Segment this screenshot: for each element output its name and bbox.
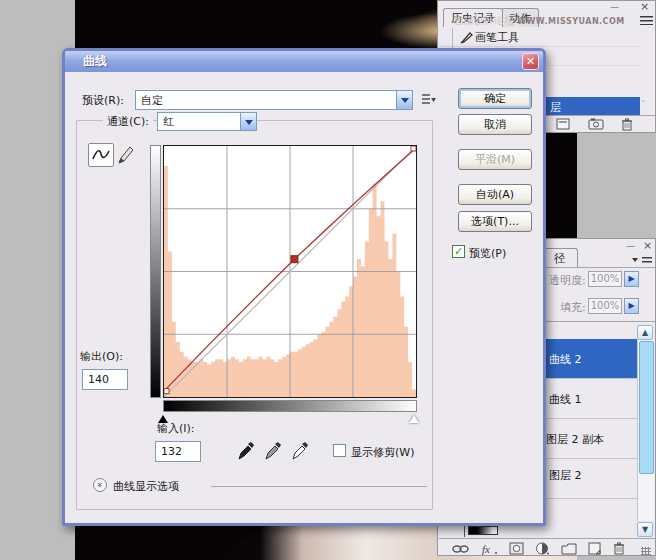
history-source-well[interactable] <box>440 28 453 47</box>
output-gradient-bar <box>150 145 161 398</box>
curve-display-options-expander[interactable]: » <box>93 478 107 492</box>
layers-scrollbar-thumb[interactable] <box>639 341 654 474</box>
smooth-button: 平滑(M) <box>458 149 532 170</box>
layers-menu-icon[interactable] <box>632 255 652 268</box>
history-close-button[interactable]: × <box>640 2 649 11</box>
adjustment-layer-icon[interactable] <box>535 542 550 555</box>
preview-label: 预览(P) <box>469 246 506 261</box>
svg-text:fx: fx <box>482 543 490 555</box>
layer-thumbnail[interactable] <box>468 526 498 535</box>
fill-value[interactable]: 100% <box>588 298 622 314</box>
show-clipping-checkbox[interactable] <box>333 444 346 457</box>
brush-icon <box>460 32 473 44</box>
layers-scrollbar[interactable] <box>637 340 654 521</box>
output-label: 输出(O): <box>80 349 123 364</box>
input-field[interactable]: 132 <box>155 441 201 462</box>
auto-button[interactable]: 自动(A) <box>458 184 532 205</box>
watermark: 思缘设计论坛 WWW.MISSYUAN.COM <box>454 14 625 28</box>
opacity-value[interactable]: 100% <box>588 271 622 287</box>
input-label: 输入(I): <box>157 421 195 436</box>
black-point-eyedropper-icon[interactable] <box>237 441 255 461</box>
layers-scroll-down-button[interactable]: ▼ <box>637 522 653 537</box>
preset-combobox[interactable]: 自定 <box>135 90 413 110</box>
new-layer-icon[interactable] <box>588 542 602 555</box>
history-menu-icon[interactable] <box>640 16 653 25</box>
white-point-eyedropper-icon[interactable] <box>291 441 309 461</box>
layers-scroll-up-button[interactable]: ▲ <box>637 325 653 340</box>
gray-point-eyedropper-icon[interactable] <box>264 441 282 461</box>
combo-arrow-icon[interactable] <box>240 113 256 130</box>
dialog-titlebar[interactable]: 曲线 <box>65 51 543 72</box>
preset-options-icon[interactable] <box>421 92 436 106</box>
show-clipping-label: 显示修剪(W) <box>351 445 414 460</box>
dialog-title: 曲线 <box>65 53 107 70</box>
curves-dialog: 曲线 ✕ 预设(R): 自定 确定 取消 平滑(M) 自动(A) 选项(T)..… <box>62 48 546 526</box>
curves-plot[interactable] <box>163 145 417 398</box>
opacity-label: 透明度: <box>549 273 586 288</box>
delete-layer-trash-icon[interactable] <box>613 542 625 555</box>
layers-close-button[interactable]: × <box>643 241 652 250</box>
preview-checkbox[interactable]: ✓ <box>452 245 465 258</box>
layer-style-fx-icon[interactable]: fx <box>481 542 498 555</box>
new-document-from-state-icon[interactable] <box>556 118 571 130</box>
history-scroll-down-icon[interactable]: ˅ <box>641 99 646 109</box>
new-group-icon[interactable] <box>561 543 577 555</box>
delete-trash-icon[interactable] <box>621 118 633 131</box>
history-footer <box>556 118 633 131</box>
resize-grip[interactable] <box>641 547 651 555</box>
dialog-close-button[interactable]: ✕ <box>522 53 539 70</box>
input-gradient-bar <box>163 400 417 412</box>
ok-button[interactable]: 确定 <box>458 88 532 109</box>
new-snapshot-icon[interactable] <box>588 118 604 130</box>
divider <box>464 526 465 537</box>
edit-curve-tool-button[interactable] <box>88 143 114 167</box>
divider <box>211 486 427 487</box>
opacity-arrow-icon[interactable]: ▶ <box>624 271 639 287</box>
options-button[interactable]: 选项(T)... <box>458 211 532 232</box>
curve-display-options-label: 曲线显示选项 <box>113 479 179 494</box>
layers-footer: fx <box>452 542 625 555</box>
white-point-slider[interactable] <box>409 415 419 423</box>
combo-arrow-icon[interactable] <box>396 91 412 109</box>
channel-combobox[interactable]: 红 <box>157 112 257 131</box>
cancel-button[interactable]: 取消 <box>458 114 532 135</box>
fill-arrow-icon[interactable]: ▶ <box>624 298 639 314</box>
history-item[interactable]: 画笔工具 <box>440 28 640 47</box>
history-minimize-button[interactable]: — <box>610 3 619 12</box>
fill-label: 填充: <box>560 300 586 315</box>
layers-minimize-button[interactable]: — <box>626 242 635 251</box>
curve-tool-icon <box>92 149 110 161</box>
preset-label: 预设(R): <box>82 93 124 108</box>
output-field[interactable]: 140 <box>82 369 128 390</box>
pencil-tool-icon[interactable] <box>117 145 135 165</box>
link-layers-icon[interactable] <box>452 543 470 555</box>
channel-label: 通道(C): <box>103 114 153 129</box>
layer-mask-icon[interactable] <box>509 542 524 555</box>
